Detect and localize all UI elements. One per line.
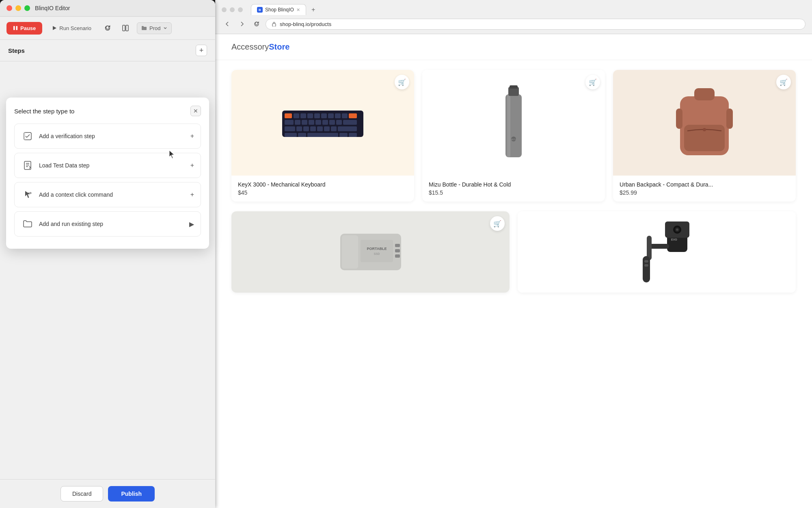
- add-step-button[interactable]: +: [196, 45, 207, 56]
- browser-chrome: B Shop BlinqIO ✕ +: [215, 0, 812, 34]
- modal-header: Select the step type to ✕: [14, 106, 201, 116]
- cart-button-bottle[interactable]: 🛒: [585, 75, 600, 89]
- browser-control-1: [222, 7, 227, 12]
- products-grid: 🛒: [215, 60, 812, 211]
- svg-rect-59: [361, 240, 393, 262]
- svg-rect-34: [324, 126, 330, 131]
- editor-title: BlinqIO Editor: [35, 5, 70, 11]
- reload-button[interactable]: [251, 18, 262, 30]
- step-option-existing[interactable]: Add and run existing step ▶: [14, 211, 201, 237]
- editor-panel: BlinqIO Editor Pause Run Scenario: [0, 0, 215, 508]
- step-option-left-2: Load Test Data step: [21, 159, 89, 172]
- svg-rect-43: [507, 94, 510, 157]
- load-test-icon: [21, 159, 34, 172]
- product-img-gimbal: EVO: [518, 211, 796, 293]
- gimbal-image: EVO: [622, 219, 691, 284]
- existing-step-icon: [21, 217, 34, 230]
- modal-close-button[interactable]: ✕: [190, 106, 201, 116]
- address-bar[interactable]: shop-blinq.io/products: [266, 19, 806, 30]
- bottle-image: MIZU: [497, 82, 530, 163]
- context-click-add-icon: +: [190, 191, 194, 198]
- svg-rect-0: [13, 26, 15, 30]
- svg-rect-57: [395, 249, 400, 252]
- traffic-lights: [6, 5, 30, 11]
- product-card-gimbal: EVO: [518, 211, 796, 293]
- steps-header: Steps +: [0, 40, 215, 61]
- discard-button[interactable]: Discard: [60, 486, 103, 501]
- forward-button[interactable]: [236, 18, 248, 30]
- publish-button[interactable]: Publish: [108, 486, 155, 501]
- minimize-traffic-light[interactable]: [15, 5, 21, 11]
- svg-rect-20: [285, 120, 294, 125]
- cart-button-keyboard[interactable]: 🛒: [395, 75, 409, 89]
- forward-icon: [239, 21, 245, 27]
- env-selector[interactable]: Prod: [137, 22, 171, 34]
- layout-icon: [122, 25, 129, 31]
- product-info-backpack: Urban Backpack - Compact & Dura... $25.9…: [613, 176, 796, 202]
- layout-button[interactable]: [119, 22, 132, 35]
- verification-add-icon: +: [190, 132, 194, 140]
- cart-button-ssd[interactable]: 🛒: [490, 216, 505, 231]
- maximize-traffic-light[interactable]: [24, 5, 30, 11]
- shop-header: AccessoryStore: [215, 34, 812, 60]
- products-grid-row2: 🛒 PORTABLE SSD: [215, 211, 812, 302]
- svg-rect-29: [285, 126, 295, 131]
- verification-icon: [21, 130, 34, 143]
- run-label: Run Scenario: [59, 25, 91, 31]
- tab-favicon: B: [257, 7, 263, 13]
- browser-tabs: B Shop BlinqIO ✕ +: [251, 4, 318, 15]
- svg-rect-15: [321, 113, 327, 118]
- svg-rect-35: [331, 126, 337, 131]
- pause-button[interactable]: Pause: [6, 22, 42, 35]
- context-click-icon: [21, 188, 34, 201]
- new-tab-button[interactable]: +: [309, 5, 318, 15]
- svg-rect-13: [307, 113, 313, 118]
- svg-rect-25: [322, 120, 328, 125]
- svg-rect-28: [343, 120, 357, 125]
- svg-rect-6: [24, 132, 26, 140]
- refresh-button[interactable]: [101, 22, 114, 35]
- url-text: shop-blinq.io/products: [280, 21, 331, 27]
- browser-content: AccessoryStore 🛒: [215, 34, 812, 508]
- svg-rect-36: [338, 126, 357, 131]
- svg-rect-31: [303, 126, 309, 131]
- product-name-bottle: Mizu Bottle - Durable Hot & Cold: [429, 181, 598, 188]
- svg-rect-4: [126, 25, 128, 31]
- run-scenario-button[interactable]: Run Scenario: [47, 22, 96, 35]
- cart-button-backpack[interactable]: 🛒: [776, 75, 791, 89]
- editor-toolbar: Pause Run Scenario Prod: [0, 17, 215, 40]
- product-card-bottle: 🛒 MIZU Mizu Bottle -: [422, 70, 605, 202]
- back-icon: [225, 21, 230, 27]
- back-button[interactable]: [222, 18, 233, 30]
- close-traffic-light[interactable]: [6, 5, 12, 11]
- svg-rect-53: [726, 109, 733, 129]
- browser-tab-active[interactable]: B Shop BlinqIO ✕: [251, 4, 306, 15]
- svg-rect-69: [643, 256, 650, 282]
- refresh-icon: [104, 25, 111, 31]
- context-click-label: Add a context click command: [39, 191, 113, 198]
- play-icon: [52, 26, 57, 30]
- lock-icon: [272, 22, 276, 26]
- cursor-indicator: [168, 150, 177, 161]
- shop-brand-light: Accessory: [231, 42, 269, 51]
- product-info-keyboard: KeyX 3000 - Mechanical Keyboard $45: [231, 176, 414, 202]
- browser-control-3: [238, 7, 243, 12]
- svg-rect-14: [314, 113, 320, 118]
- svg-rect-58: [395, 254, 400, 258]
- product-img-bottle: 🛒 MIZU: [422, 70, 605, 176]
- svg-rect-18: [342, 113, 348, 118]
- svg-rect-8: [272, 24, 276, 26]
- step-option-verification[interactable]: Add a verification step +: [14, 124, 201, 149]
- svg-rect-32: [310, 126, 316, 131]
- chevron-down-icon: [163, 26, 167, 30]
- browser-control-2: [230, 7, 235, 12]
- step-option-context-click[interactable]: Add a context click command +: [14, 182, 201, 207]
- folder-icon: [141, 25, 147, 31]
- steps-title: Steps: [8, 47, 25, 54]
- tab-close-button[interactable]: ✕: [296, 7, 300, 13]
- step-option-left-4: Add and run existing step: [21, 217, 103, 230]
- svg-rect-22: [302, 120, 307, 125]
- product-price-keyboard: $45: [238, 189, 408, 196]
- browser-nav: shop-blinq.io/products: [222, 18, 806, 30]
- keyboard-image: [278, 102, 367, 143]
